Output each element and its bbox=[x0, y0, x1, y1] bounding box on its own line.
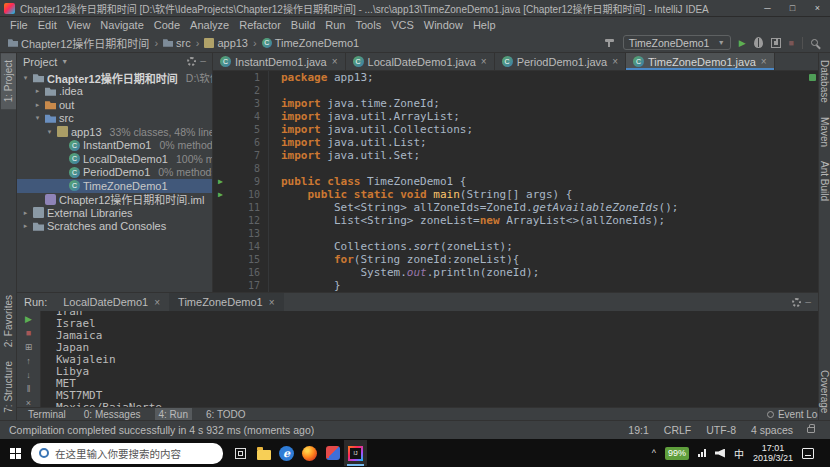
tree-row[interactable]: ▾Chapter12操作日期和时间D:\软件\IdeaProjects bbox=[17, 71, 212, 85]
tree-row[interactable]: ▸.idea bbox=[17, 85, 212, 99]
tool-stripe-button-coverage[interactable]: Coverage bbox=[817, 363, 830, 420]
run-with-coverage-button[interactable] bbox=[771, 38, 781, 48]
breadcrumb-item[interactable]: src bbox=[163, 37, 191, 49]
console-output[interactable]: IranIsraelJamaicaJapanKwajaleinLibyaMETM… bbox=[41, 311, 818, 407]
tree-row[interactable]: CPeriodDemo10% methods, 0% lines covered bbox=[17, 166, 212, 180]
run-button[interactable]: ▶ bbox=[739, 38, 746, 48]
hide-panel-icon[interactable]: ─ bbox=[200, 57, 206, 66]
network-icon[interactable] bbox=[698, 449, 706, 457]
menu-item-view[interactable]: View bbox=[62, 19, 96, 31]
history-down-icon[interactable]: ↓ bbox=[22, 370, 35, 380]
tool-stripe-button-maven[interactable]: Maven bbox=[817, 110, 830, 154]
tool-stripe-button-database[interactable]: Database bbox=[817, 53, 830, 110]
breadcrumb-item[interactable]: app13 bbox=[204, 37, 248, 49]
status-line-separator[interactable]: CRLF bbox=[664, 424, 691, 436]
tree-row[interactable]: Chapter12操作日期和时间.iml bbox=[17, 193, 212, 207]
menu-item-build[interactable]: Build bbox=[286, 19, 320, 31]
tree-row[interactable]: CTimeZoneDemo1 bbox=[17, 179, 212, 193]
tool-window-tab-terminal[interactable]: Terminal bbox=[24, 408, 70, 420]
readonly-lock-icon[interactable] bbox=[807, 427, 815, 433]
menu-item-window[interactable]: Window bbox=[419, 19, 468, 31]
status-indent[interactable]: 4 spaces bbox=[751, 424, 793, 436]
project-panel-title[interactable]: Project bbox=[23, 56, 57, 68]
chevron-right-icon[interactable]: ▸ bbox=[33, 101, 42, 109]
hide-run-panel-icon[interactable]: ─ bbox=[805, 298, 811, 307]
event-log-button[interactable]: Event Log bbox=[767, 409, 823, 420]
editor-tab[interactable]: CLocalDateDemo1.java× bbox=[346, 53, 495, 70]
tab-close-icon[interactable]: × bbox=[154, 297, 160, 308]
tab-close-icon[interactable]: × bbox=[612, 56, 618, 67]
firefox-icon[interactable] bbox=[298, 440, 321, 466]
run-line-icon[interactable]: ▶ bbox=[218, 188, 223, 201]
tree-row[interactable]: ▸Scratches and Consoles bbox=[17, 220, 212, 234]
restore-layout-icon[interactable]: ⊞ bbox=[22, 342, 35, 352]
menu-item-edit[interactable]: Edit bbox=[33, 19, 62, 31]
build-hammer-icon[interactable] bbox=[604, 37, 615, 48]
stop-icon[interactable]: ■ bbox=[22, 328, 35, 338]
tree-row[interactable]: ▸out bbox=[17, 98, 212, 112]
menu-item-analyze[interactable]: Analyze bbox=[185, 19, 234, 31]
chevron-down-icon[interactable]: ▾ bbox=[33, 114, 42, 122]
tool-window-tab-4-run[interactable]: 4: Run bbox=[155, 408, 192, 420]
settings-gear-icon[interactable] bbox=[187, 57, 196, 66]
menu-item-navigate[interactable]: Navigate bbox=[95, 19, 148, 31]
task-view-icon[interactable] bbox=[229, 440, 252, 466]
tool-stripe-button-ant-build[interactable]: Ant Build bbox=[817, 154, 830, 208]
chevron-right-icon[interactable]: ▸ bbox=[33, 87, 42, 95]
run-line-icon[interactable]: ▶ bbox=[218, 175, 223, 188]
stop-button[interactable]: ■ bbox=[789, 38, 794, 48]
menu-item-code[interactable]: Code bbox=[149, 19, 185, 31]
tree-row[interactable]: CInstantDemo10% methods, 0% lines covere… bbox=[17, 139, 212, 153]
tree-row[interactable]: ▸External Libraries bbox=[17, 206, 212, 220]
hidden-icons-chevron[interactable]: ^ bbox=[652, 448, 656, 458]
breadcrumb-item[interactable]: CTimeZoneDemo1 bbox=[262, 37, 360, 49]
run-tab[interactable]: TimeZoneDemo1× bbox=[169, 293, 283, 311]
tree-row[interactable]: ▾src bbox=[17, 112, 212, 126]
history-up-icon[interactable]: ↑ bbox=[22, 356, 35, 366]
debug-button[interactable] bbox=[754, 37, 763, 48]
inspections-ok-icon[interactable] bbox=[809, 74, 816, 81]
menu-item-run[interactable]: Run bbox=[320, 19, 350, 31]
tree-row[interactable]: ▾app1333% classes, 48% lines covered bbox=[17, 125, 212, 139]
ime-indicator[interactable]: 中 bbox=[734, 446, 744, 461]
tool-stripe-button-2-favorites[interactable]: 2: Favorites bbox=[1, 288, 16, 354]
chevron-right-icon[interactable]: ▸ bbox=[21, 209, 30, 217]
run-settings-gear-icon[interactable] bbox=[792, 298, 801, 307]
pause-output-icon[interactable]: ‖ bbox=[22, 384, 35, 394]
breadcrumb-item[interactable]: Chapter12操作日期和时间 bbox=[8, 35, 149, 51]
taskbar-search-box[interactable]: 在这里输入你要搜索的内容 bbox=[31, 443, 223, 464]
editor-tab[interactable]: CInstantDemo1.java× bbox=[213, 53, 346, 70]
tree-row[interactable]: CLocalDateDemo1100% methods, 100% lines … bbox=[17, 152, 212, 166]
file-explorer-icon[interactable] bbox=[252, 440, 275, 466]
tool-window-tab-6-todo[interactable]: 6: TODO bbox=[202, 408, 250, 420]
volume-icon[interactable] bbox=[715, 449, 725, 458]
tool-stripe-button-1-project[interactable]: 1: Project bbox=[1, 53, 16, 109]
status-caret-position[interactable]: 19:1 bbox=[628, 424, 648, 436]
tab-close-icon[interactable]: × bbox=[761, 56, 767, 67]
code-area[interactable]: package app13;import java.time.ZoneId;im… bbox=[269, 71, 807, 292]
editor-tab[interactable]: CPeriodDemo1.java× bbox=[495, 53, 626, 70]
menu-item-file[interactable]: File bbox=[5, 19, 33, 31]
menu-item-tools[interactable]: Tools bbox=[350, 19, 386, 31]
chevron-down-icon[interactable]: ▾ bbox=[45, 128, 54, 136]
status-encoding[interactable]: UTF-8 bbox=[706, 424, 736, 436]
editor-body[interactable]: 12345678▶9▶1011121314151617 package app1… bbox=[213, 71, 818, 292]
chevron-down-icon[interactable]: ▾ bbox=[21, 74, 30, 82]
menu-item-refactor[interactable]: Refactor bbox=[234, 19, 286, 31]
menu-item-vcs[interactable]: VCS bbox=[386, 19, 419, 31]
minimize-button[interactable]: ─ bbox=[755, 0, 780, 16]
battery-indicator[interactable]: 99% bbox=[665, 447, 689, 460]
run-tab[interactable]: LocalDateDemo1× bbox=[54, 293, 169, 311]
red-blue-app-icon[interactable] bbox=[321, 440, 344, 466]
rerun-icon[interactable]: ▶ bbox=[22, 314, 35, 324]
close-button[interactable]: × bbox=[805, 0, 830, 16]
tool-window-tab-0-messages[interactable]: 0: Messages bbox=[80, 408, 145, 420]
search-everywhere-icon[interactable] bbox=[811, 39, 818, 46]
action-center-icon[interactable] bbox=[802, 448, 814, 459]
tab-close-icon[interactable]: × bbox=[269, 297, 275, 308]
tool-stripe-button-7-structure[interactable]: 7: Structure bbox=[1, 354, 16, 420]
start-button[interactable] bbox=[2, 439, 28, 467]
tab-close-icon[interactable]: × bbox=[332, 56, 338, 67]
taskbar-clock[interactable]: 17:01 2019/3/21 bbox=[753, 443, 793, 463]
intellij-idea-icon[interactable]: IJ bbox=[344, 440, 367, 466]
